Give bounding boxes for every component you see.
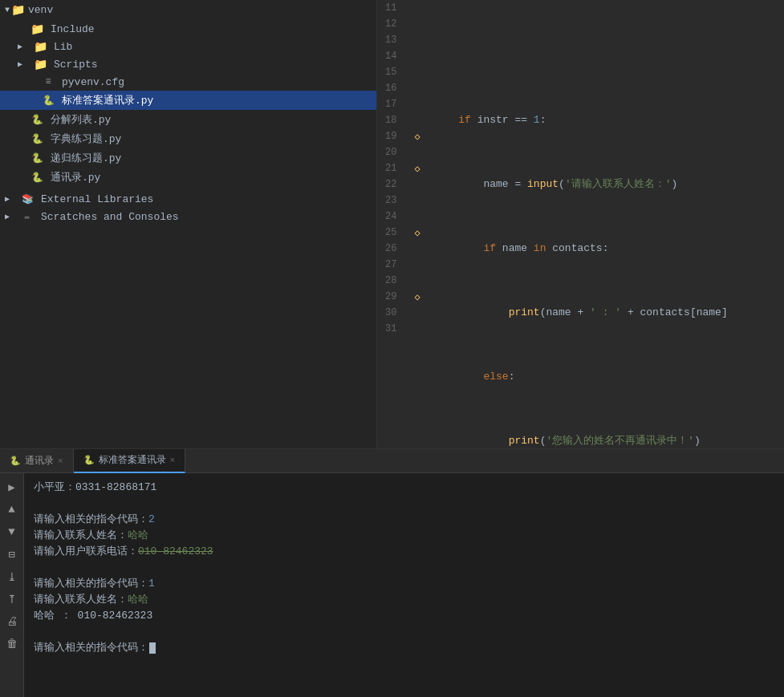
decompose-arrow	[18, 115, 29, 124]
pyvenv-label: pyvenv.cfg	[62, 76, 124, 88]
tab-contacts-close[interactable]: ×	[58, 456, 63, 466]
bp-30	[409, 305, 425, 321]
include-folder-icon: 📁	[30, 22, 43, 35]
recursion-file-icon: 🐍	[30, 152, 43, 164]
ln-29: 29	[385, 289, 401, 305]
decompose-file-icon: 🐍	[30, 113, 43, 126]
sidebar-item-pyvenv[interactable]: ≡ pyvenv.cfg	[0, 73, 376, 91]
sidebar-item-scripts[interactable]: ▶ 📁 Scripts	[0, 55, 376, 73]
ln-28: 28	[385, 273, 401, 289]
toolbar-print-btn[interactable]: 🖨	[3, 613, 21, 630]
code-line-12: if instr == 1:	[433, 112, 776, 128]
extlibs-icon: 📚	[21, 192, 34, 205]
ln-25: 25	[385, 225, 401, 241]
ln-26: 26	[385, 241, 401, 257]
bp-16	[409, 80, 425, 96]
toolbar-scroll-down-btn[interactable]: ▼	[3, 523, 21, 541]
ln-24: 24	[385, 209, 401, 225]
include-arrow	[18, 25, 29, 34]
code-indent	[433, 112, 458, 128]
sidebar-item-standard-ans[interactable]: 🐍 标准答案通讯录.py	[0, 91, 376, 110]
ln-30: 30	[385, 305, 401, 321]
bp-31	[409, 321, 425, 337]
c3-prefix: 请输入相关的指令代码：	[34, 513, 148, 525]
bp-29-icon: ◇	[414, 291, 420, 303]
toolbar-align-btn[interactable]: ⊟	[3, 545, 21, 563]
bp-23	[409, 192, 425, 209]
venv-arrow: ▼	[5, 6, 10, 14]
toolbar-clear-btn[interactable]: 🗑	[3, 635, 21, 653]
bp-15	[409, 64, 425, 80]
sidebar-item-recursion[interactable]: 🐍 递归练习题.py	[0, 148, 376, 168]
code-line-13: name = input('请输入联系人姓名：')	[433, 176, 776, 192]
bp-22	[409, 176, 425, 192]
tab-contacts-icon: 🐍	[10, 456, 21, 466]
recursion-arrow	[18, 154, 29, 163]
console-output[interactable]: 小平亚：0331-82868171 请输入相关的指令代码：2 请输入联系人姓名：…	[24, 473, 784, 697]
ln-14: 14	[385, 48, 401, 64]
c5-prefix: 请输入用户联系电话：	[34, 545, 138, 557]
sidebar-item-decompose[interactable]: 🐍 分解列表.py	[0, 110, 376, 129]
scratches-icon: ✏️	[21, 210, 34, 223]
code-kw-if12: if	[458, 112, 471, 128]
bp-19: ◇	[409, 128, 425, 144]
bp-21: ◇	[409, 160, 425, 176]
toolbar-import-btn[interactable]: ⤓	[3, 568, 21, 586]
contacts-label: 通讯录.py	[51, 170, 100, 184]
tab-contacts-label: 通讯录	[25, 454, 54, 468]
pyvenv-file-icon: ≡	[42, 75, 55, 88]
sidebar: ▼ 📁 venv 📁 Include ▶ 📁 Lib ▶ 📁 Scripts ≡…	[0, 0, 377, 448]
sidebar-item-ext-libs[interactable]: ▶ 📚 External Libraries	[0, 190, 376, 208]
bp-12	[409, 16, 425, 32]
stdans-arrow	[29, 96, 40, 105]
extlibs-arrow: ▶	[5, 194, 16, 204]
toolbar-export-btn[interactable]: ⤒	[3, 590, 21, 608]
c8-prefix: 请输入联系人姓名：	[34, 594, 128, 606]
contacts-arrow	[18, 173, 29, 182]
bp-25: ◇	[409, 225, 425, 241]
c3-value: 2	[148, 513, 155, 525]
dict-arrow	[18, 135, 29, 144]
dict-file-icon: 🐍	[30, 132, 43, 145]
ln-22: 22	[385, 176, 401, 192]
line-numbers: 11 12 13 14 15 16 17 18 19 20 21 22 23 2…	[377, 0, 409, 448]
sidebar-item-dict[interactable]: 🐍 字典练习题.py	[0, 129, 376, 148]
stdans-file-icon: 🐍	[42, 94, 55, 107]
c9-text: 哈哈 ： 010-82462323	[34, 610, 152, 622]
recursion-label: 递归练习题.py	[51, 151, 121, 165]
sidebar-item-scratches[interactable]: ▶ ✏️ Scratches and Consoles	[0, 208, 376, 225]
decompose-label: 分解列表.py	[51, 112, 111, 127]
ln-18: 18	[385, 112, 401, 128]
tab-standard-ans[interactable]: 🐍 标准答案通讯录 ×	[74, 449, 186, 473]
sidebar-item-lib[interactable]: ▶ 📁 Lib	[0, 38, 376, 55]
tab-contacts[interactable]: 🐍 通讯录 ×	[0, 449, 74, 473]
console-line-9: 哈哈 ： 010-82462323	[34, 608, 774, 624]
toolbar-scroll-up-btn[interactable]: ▲	[3, 500, 21, 518]
scratches-label: Scratches and Consoles	[41, 211, 179, 223]
toolbar-run-btn[interactable]: ▶	[3, 478, 21, 496]
tab-stdans-close[interactable]: ×	[170, 456, 176, 465]
include-label: Include	[51, 23, 95, 35]
console-line-11: 请输入相关的指令代码：	[34, 640, 774, 656]
console-line-10	[34, 624, 774, 640]
bp-18	[409, 112, 425, 128]
bp-27	[409, 257, 425, 273]
venv-label: venv	[28, 4, 53, 16]
pyvenv-arrow	[29, 78, 40, 87]
code-line-14: if name in contacts:	[433, 241, 776, 257]
sidebar-item-contacts[interactable]: 🐍 通讯录.py	[0, 168, 376, 187]
tab-stdans-icon: 🐍	[83, 455, 95, 465]
console-toolbar: ▶ ▲ ▼ ⊟ ⤓ ⤒ 🖨 🗑	[0, 473, 24, 697]
bp-21-icon: ◇	[414, 163, 420, 175]
ln-21: 21	[385, 160, 401, 176]
bp-24	[409, 209, 425, 225]
scripts-arrow: ▶	[18, 59, 29, 69]
venv-root[interactable]: ▼ 📁 venv	[0, 0, 376, 20]
console-line-6	[34, 560, 774, 576]
ln-20: 20	[385, 144, 401, 160]
code-content[interactable]: if instr == 1: name = input('请输入联系人姓名：')…	[425, 0, 784, 448]
ln-23: 23	[385, 192, 401, 209]
bp-11	[409, 0, 425, 16]
ln-16: 16	[385, 80, 401, 96]
sidebar-item-include[interactable]: 📁 Include	[0, 20, 376, 38]
